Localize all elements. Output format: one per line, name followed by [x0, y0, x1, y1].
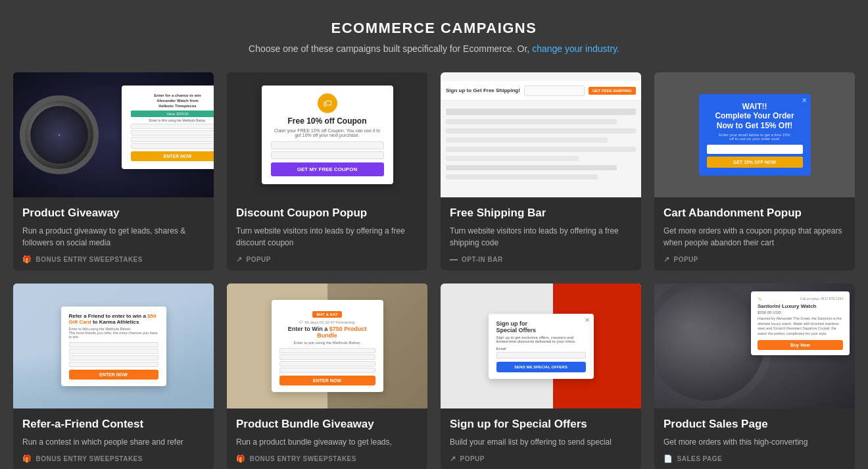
popup-icon: ↗ [663, 255, 670, 264]
card-title: Product Giveaway [22, 207, 205, 220]
card-body-sales-page: Product Sales Page Get more orders with … [654, 408, 855, 469]
thumb-product-bundle: MAT & KAT ⏱ 66 days 02:32:47 Remaining E… [227, 284, 427, 408]
card-title: Product Bundle Giveaway [236, 418, 418, 431]
thumb-refer-friend: Refer a Friend to enter to win a $50 Gif… [13, 284, 214, 408]
card-body-free-shipping: Free Shipping Bar Turn website visitors … [441, 197, 641, 270]
card-tag: 🎁 BONUS ENTRY SWEEPSTAKES [22, 255, 205, 264]
card-special-offers[interactable]: ✕ Sign up forSpecial Offers Sign up to g… [441, 284, 641, 469]
watch-circle: ✦ [20, 95, 99, 174]
card-body-product-giveaway: Product Giveaway Run a product giveaway … [13, 197, 214, 270]
bar-icon [450, 255, 458, 263]
card-desc: Turn website visitors into leads by offe… [450, 225, 632, 249]
thumb-sales-page: 🏷️ Call us today: 0617-876-1234 Santorin… [654, 284, 855, 408]
card-body-refer-friend: Refer-a-Friend Contest Run a contest in … [13, 408, 214, 469]
card-body-discount-coupon: Discount Coupon Popup Turn website visit… [227, 197, 427, 270]
card-product-bundle[interactable]: MAT & KAT ⏱ 66 days 02:32:47 Remaining E… [227, 284, 427, 469]
card-tag: ↗ POPUP [450, 455, 632, 463]
card-tag: ↗ POPUP [236, 255, 418, 264]
card-desc: Run a contest in which people share and … [22, 436, 205, 448]
giveaway-form: Enter for a chance to winAlexander Watch… [122, 86, 207, 169]
card-title: Refer-a-Friend Contest [22, 418, 205, 431]
card-cart-abandonment[interactable]: ✕ WAIT!!Complete Your OrderNow to Get 15… [654, 72, 855, 270]
card-desc: Turn website visitors into leads by offe… [236, 225, 418, 249]
card-title: Sign up for Special Offers [450, 418, 632, 431]
card-desc: Build your email list by offering to sen… [450, 436, 632, 448]
card-refer-friend[interactable]: Refer a Friend to enter to win a $50 Gif… [13, 284, 214, 469]
page-subtitle: Choose one of these campaigns built spec… [13, 43, 855, 54]
card-tag: ↗ POPUP [663, 255, 846, 264]
card-tag: 📄 SALES PAGE [663, 455, 846, 463]
cart-popup: ✕ WAIT!!Complete Your OrderNow to Get 15… [699, 94, 811, 176]
gift-icon: 🎁 [22, 255, 32, 264]
change-industry-link[interactable]: change your industry. [532, 43, 619, 54]
card-body-product-bundle: Product Bundle Giveaway Run a product bu… [227, 408, 427, 469]
card-desc: Get more orders with this high-convertin… [663, 436, 846, 448]
popup-icon: ↗ [236, 255, 243, 264]
refer-popup: Refer a Friend to enter to win a $50 Gif… [61, 307, 166, 386]
card-tag: 🎁 BONUS ENTRY SWEEPSTAKES [22, 455, 205, 463]
thumb-special-offers: ✕ Sign up forSpecial Offers Sign up to g… [441, 284, 641, 408]
special-popup: ✕ Sign up forSpecial Offers Sign up to g… [489, 314, 594, 379]
thumb-free-shipping: Sign up to Get Free Shipping! GET FREE S… [441, 72, 641, 197]
shipping-bar: Sign up to Get Free Shipping! GET FREE S… [441, 81, 641, 101]
gift-icon: 🎁 [22, 455, 32, 463]
card-title: Free Shipping Bar [450, 207, 632, 220]
card-title: Discount Coupon Popup [236, 207, 418, 220]
card-product-giveaway[interactable]: ✦ Enter for a chance to winAlexander Wat… [13, 72, 214, 270]
popup-icon: ↗ [450, 455, 456, 463]
thumb-cart-abandon: ✕ WAIT!!Complete Your OrderNow to Get 15… [654, 72, 855, 197]
page-icon: 📄 [663, 455, 673, 463]
card-desc: Run a product bundle giveaway to get lea… [236, 436, 418, 448]
sales-popup: 🏷️ Call us today: 0617-876-1234 Santorin… [751, 291, 850, 355]
card-desc: Get more orders with a coupon popup that… [663, 225, 846, 249]
card-title: Product Sales Page [663, 418, 846, 431]
card-tag: OPT-IN BAR [450, 255, 632, 263]
card-tag: 🎁 BONUS ENTRY SWEEPSTAKES [236, 455, 418, 463]
card-free-shipping[interactable]: Sign up to Get Free Shipping! GET FREE S… [441, 72, 641, 270]
card-sales-page[interactable]: 🏷️ Call us today: 0617-876-1234 Santorin… [654, 284, 855, 469]
thumb-product-giveaway: ✦ Enter for a chance to winAlexander Wat… [13, 72, 214, 197]
gift-icon: 🎁 [236, 455, 246, 463]
bundle-popup: MAT & KAT ⏱ 66 days 02:32:47 Remaining E… [272, 300, 383, 392]
shipping-content [441, 101, 641, 189]
card-desc: Run a product giveaway to get leads, sha… [22, 225, 205, 249]
card-body-special-offers: Sign up for Special Offers Build your em… [441, 408, 641, 469]
thumb-discount-coupon: 🏷 Free 10% off Coupon Claim your FREE 10… [227, 72, 427, 197]
card-title: Cart Abandonment Popup [663, 207, 846, 220]
campaigns-grid: ✦ Enter for a chance to winAlexander Wat… [13, 72, 855, 469]
card-discount-coupon[interactable]: 🏷 Free 10% off Coupon Claim your FREE 10… [227, 72, 427, 270]
page-title: ECOMMERCE CAMPAIGNS [13, 20, 855, 37]
card-body-cart-abandonment: Cart Abandonment Popup Get more orders w… [654, 197, 855, 270]
